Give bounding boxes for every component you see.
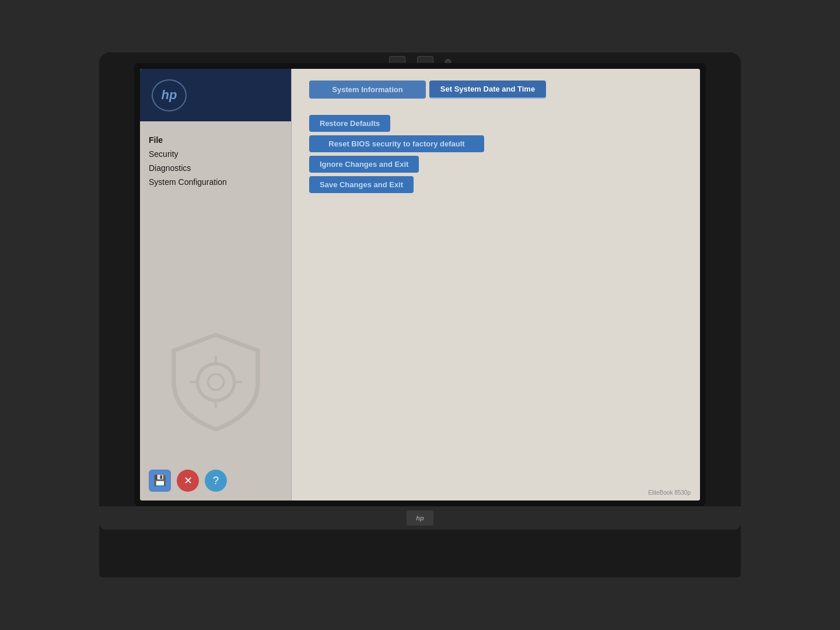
actions-group: Restore Defaults Reset BIOS security to …: [309, 115, 682, 193]
sidebar-item-diagnostics[interactable]: Diagnostics: [149, 161, 282, 175]
top-tabs: System Information Set System Date and T…: [309, 80, 682, 99]
laptop-base: hp: [99, 506, 741, 530]
sidebar-bottom: 💾 ✕ ?: [140, 461, 291, 501]
sidebar-item-file[interactable]: File: [149, 133, 282, 147]
save-bottom-icon[interactable]: 💾: [149, 470, 171, 492]
tab-set-date-time[interactable]: Set System Date and Time: [429, 80, 546, 99]
main-content: System Information Set System Date and T…: [292, 69, 700, 501]
laptop-outer: hp File Security Diagnostics System Conf…: [99, 52, 741, 578]
ignore-changes-button[interactable]: Ignore Changes and Exit: [309, 156, 419, 173]
nav-menu: File Security Diagnostics System Configu…: [140, 121, 291, 303]
reset-bios-security-button[interactable]: Reset BIOS security to factory default: [309, 135, 484, 152]
hp-logo: hp: [152, 79, 187, 111]
restore-defaults-button[interactable]: Restore Defaults: [309, 115, 390, 132]
save-changes-button[interactable]: Save Changes and Exit: [309, 176, 414, 193]
help-bottom-icon[interactable]: ?: [205, 470, 227, 492]
bios-screen: hp File Security Diagnostics System Conf…: [140, 69, 700, 501]
model-label: EliteBook 8530p: [648, 489, 691, 496]
sidebar: hp File Security Diagnostics System Conf…: [140, 69, 292, 501]
sidebar-watermark: [140, 303, 291, 461]
tab-system-information[interactable]: System Information: [309, 80, 426, 99]
hp-logo-area: hp: [140, 69, 291, 121]
svg-point-1: [208, 374, 223, 390]
sidebar-item-security[interactable]: Security: [149, 147, 282, 161]
cancel-bottom-icon[interactable]: ✕: [177, 470, 199, 492]
hp-bottom-logo: hp: [407, 510, 433, 526]
svg-point-0: [197, 363, 234, 400]
sidebar-item-system-configuration[interactable]: System Configuration: [149, 175, 282, 189]
screen-bezel: hp File Security Diagnostics System Conf…: [134, 63, 706, 506]
